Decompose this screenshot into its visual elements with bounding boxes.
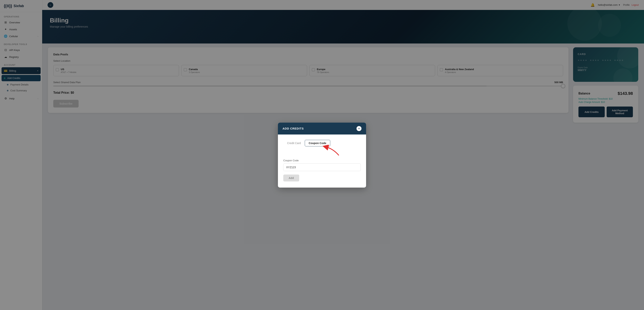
tab-coupon-code[interactable]: Coupon Code: [305, 140, 330, 146]
tab-credit-card[interactable]: Credit Card: [283, 140, 305, 146]
add-coupon-button[interactable]: Add: [283, 174, 299, 182]
modal-close-button[interactable]: ×: [356, 126, 362, 131]
modal-tabs: Credit Card Coupon Code: [283, 140, 361, 146]
arrow-annotation-container: [283, 147, 361, 158]
arrow-annotation: [314, 145, 344, 156]
coupon-label: Coupon Code: [283, 159, 361, 162]
coupon-form: Coupon Code Add: [283, 159, 361, 182]
add-credits-modal: ADD CREDITS × Credit Card Coupon Code: [278, 122, 366, 188]
modal-header: ADD CREDITS ×: [278, 122, 366, 134]
modal-body: Credit Card Coupon Code Coupon Code: [278, 134, 366, 188]
modal-title: ADD CREDITS: [282, 127, 304, 130]
coupon-input[interactable]: [283, 164, 361, 171]
modal-overlay[interactable]: ADD CREDITS × Credit Card Coupon Code: [0, 0, 644, 310]
